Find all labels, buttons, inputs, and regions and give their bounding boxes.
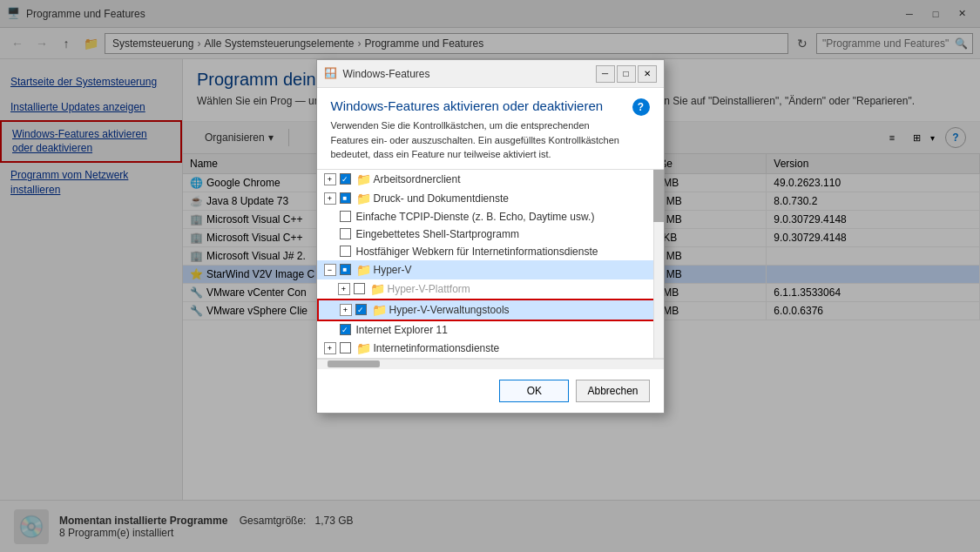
feature-label: Hyper-V-Verwaltungstools	[389, 304, 510, 316]
feature-item[interactable]: + ■ 📁 Druck- und Dokumentdienste	[317, 189, 664, 208]
feature-checkbox[interactable]: ■	[340, 192, 351, 204]
dialog-header-title: Windows-Features aktivieren oder deaktiv…	[331, 98, 625, 113]
scrollbar-thumb[interactable]	[653, 170, 664, 222]
feature-item[interactable]: + ✓ 📁 Hyper-V-Verwaltungstools	[317, 299, 664, 321]
scrollbar-track	[653, 170, 664, 358]
expand-icon[interactable]: +	[324, 342, 336, 354]
feature-checkbox[interactable]	[340, 211, 351, 222]
dialog-maximize-button[interactable]: □	[617, 65, 636, 83]
feature-item[interactable]: Eingebettetes Shell-Startprogramm	[317, 226, 664, 243]
feature-label: Einfache TCPIP-Dienste (z. B. Echo, Dayt…	[356, 211, 595, 223]
ok-button[interactable]: OK	[499, 380, 569, 402]
feature-item[interactable]: Einfache TCPIP-Dienste (z. B. Echo, Dayt…	[317, 208, 664, 226]
expand-icon[interactable]: +	[324, 192, 336, 205]
feature-label: Internetinformationsdienste	[374, 342, 500, 354]
dialog-header: Windows-Features aktivieren oder deaktiv…	[317, 88, 664, 169]
windows-features-dialog: 🪟 Windows-Features ─ □ ✕ Windows-Feature…	[316, 59, 665, 414]
feature-checkbox[interactable]: ■	[340, 264, 351, 275]
dialog-buttons: OK Abbrechen	[317, 369, 664, 413]
dialog-controls: ─ □ ✕	[596, 65, 657, 83]
dialog-minimize-button[interactable]: ─	[596, 65, 615, 83]
dialog-title-icon: 🪟	[324, 67, 338, 81]
feature-label: Hyper-V	[374, 264, 412, 276]
feature-item[interactable]: ✓ Internet Explorer 11	[317, 321, 664, 339]
folder-icon: 📁	[372, 303, 386, 317]
feature-label: Hostfähiger Webkern für Internetinformat…	[356, 246, 598, 258]
dialog-close-button[interactable]: ✕	[638, 65, 657, 83]
feature-item[interactable]: + 📁 Internetinformationsdienste	[317, 339, 664, 358]
dialog-header-text: Windows-Features aktivieren oder deaktiv…	[331, 98, 625, 162]
feature-list: + ✓ 📁 Arbeitsordnerclient + ■ 📁 Druck- u…	[317, 170, 664, 359]
feature-label: Druck- und Dokumentdienste	[374, 192, 509, 205]
expand-icon[interactable]: +	[338, 283, 350, 295]
folder-icon: 📁	[356, 172, 370, 186]
feature-checkbox[interactable]	[354, 283, 365, 294]
dialog-header-desc: Verwenden Sie die Kontrollkästchen, um d…	[331, 118, 625, 162]
feature-label: Hyper-V-Plattform	[388, 283, 470, 295]
feature-checkbox[interactable]: ✓	[340, 324, 351, 335]
feature-item[interactable]: − ■ 📁 Hyper-V	[317, 260, 664, 279]
feature-label: Internet Explorer 11	[356, 324, 448, 336]
feature-label: Arbeitsordnerclient	[374, 173, 461, 185]
cancel-button[interactable]: Abbrechen	[576, 380, 649, 402]
expand-icon[interactable]: +	[340, 304, 352, 316]
feature-label: Eingebettetes Shell-Startprogramm	[356, 228, 519, 240]
feature-item[interactable]: Hostfähiger Webkern für Internetinformat…	[317, 243, 664, 260]
dialog-title-text: Windows-Features	[343, 68, 596, 80]
feature-checkbox[interactable]	[340, 228, 351, 239]
horizontal-scrollbar-thumb[interactable]	[328, 360, 380, 367]
feature-checkbox[interactable]: ✓	[340, 173, 351, 185]
expand-icon[interactable]: +	[324, 173, 336, 185]
feature-item[interactable]: + ✓ 📁 Arbeitsordnerclient	[317, 170, 664, 189]
modal-overlay: 🪟 Windows-Features ─ □ ✕ Windows-Feature…	[0, 0, 980, 552]
folder-icon: 📁	[356, 192, 370, 205]
expand-icon[interactable]: −	[324, 264, 336, 276]
folder-icon: 📁	[356, 263, 370, 277]
dialog-help-icon[interactable]: ?	[632, 98, 650, 116]
horizontal-scrollbar	[317, 359, 664, 369]
dialog-content: + ✓ 📁 Arbeitsordnerclient + ■ 📁 Druck- u…	[317, 169, 664, 369]
feature-checkbox[interactable]	[340, 246, 351, 257]
dialog-title-bar: 🪟 Windows-Features ─ □ ✕	[317, 60, 664, 88]
feature-checkbox[interactable]: ✓	[355, 304, 367, 315]
folder-icon: 📁	[356, 341, 370, 355]
folder-icon: 📁	[370, 282, 384, 296]
feature-checkbox[interactable]	[340, 342, 351, 353]
feature-item[interactable]: + 📁 Hyper-V-Plattform	[317, 279, 664, 299]
